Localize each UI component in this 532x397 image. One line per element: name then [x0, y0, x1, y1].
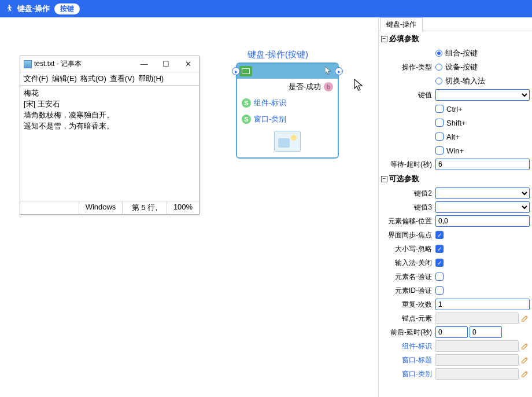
offset-input[interactable] — [435, 215, 530, 227]
keyvalue2-select[interactable] — [435, 188, 530, 199]
notepad-textarea[interactable]: 梅花 [宋] 王安石 墙角数枝梅，凌寒独自开。 遥知不是雪，为有暗香来。 — [20, 85, 199, 201]
radio-device[interactable] — [435, 64, 442, 71]
panel-tab[interactable]: 键盘-操作 — [380, 17, 423, 31]
menu-view[interactable]: 查看(V) — [110, 73, 135, 84]
radio-switch-ime[interactable] — [435, 78, 442, 84]
optional-params-header[interactable]: − 可选参数 — [379, 171, 532, 186]
section-title: 必填参数 — [389, 34, 419, 44]
keyvalue-select[interactable] — [435, 89, 530, 101]
menu-format[interactable]: 格式(O) — [80, 73, 106, 84]
properties-panel: 键盘-操作 − 必填参数 组合-按键 操作-类型 设备-按键 切换-输入法 键值… — [378, 17, 532, 397]
param-label: 元素名-验证 — [381, 272, 435, 282]
pointer-icon — [325, 67, 332, 75]
status-line: 第 5 行, — [122, 201, 167, 214]
notepad-icon — [24, 60, 32, 68]
svg-point-0 — [9, 5, 10, 6]
radio-combo-row: 组合-按键 — [379, 46, 532, 60]
repeat-input[interactable] — [435, 299, 530, 310]
ctrl-checkbox[interactable] — [435, 105, 444, 113]
id-verify-checkbox[interactable] — [435, 286, 444, 295]
node-winclass-row[interactable]: S 窗口-类别 — [237, 111, 338, 127]
top-header: 键盘-操作 按键 — [0, 0, 532, 17]
shift-checkbox[interactable] — [435, 119, 444, 127]
edit-icon[interactable] — [520, 341, 530, 351]
node-success-row: 是否-成功 b — [237, 79, 338, 95]
required-params-header[interactable]: − 必填参数 — [379, 31, 532, 46]
param-label: 输入法-关闭 — [381, 258, 435, 268]
anchor-field[interactable] — [435, 313, 519, 324]
cbx-label: Alt+ — [446, 133, 460, 141]
wintitle-field[interactable] — [435, 354, 519, 366]
panel-tabs: 键盘-操作 — [379, 17, 532, 31]
string-badge: S — [242, 115, 251, 124]
edit-icon[interactable] — [520, 314, 530, 323]
radio-label: 设备-按键 — [445, 62, 478, 72]
param-label: 等待-超时(秒) — [381, 160, 435, 170]
param-label: 元素ID-验证 — [381, 286, 435, 296]
wait-timeout-row: 等待-超时(秒) — [379, 157, 532, 171]
node-header[interactable]: ▸ ▸ — [237, 64, 338, 79]
wait-timeout-input[interactable] — [435, 159, 530, 170]
minimize-button[interactable]: — — [133, 57, 155, 71]
radio-label: 组合-按键 — [445, 48, 478, 58]
name-verify-checkbox[interactable] — [435, 273, 444, 281]
param-label: 大小写-忽略 — [381, 244, 435, 254]
radio-label: 切换-输入法 — [445, 76, 485, 86]
param-label: 键值2 — [381, 189, 435, 198]
close-button[interactable]: ✕ — [177, 57, 199, 71]
input-port[interactable]: ▸ — [232, 67, 240, 75]
param-label: 界面同步-焦点 — [381, 230, 435, 240]
menu-edit[interactable]: 编辑(E) — [52, 73, 77, 84]
menu-file[interactable]: 文件(F) — [24, 73, 49, 84]
node-compid-row[interactable]: S 组件-标识 — [237, 95, 338, 111]
canvas-area[interactable]: test.txt - 记事本 — ☐ ✕ 文件(F) 编辑(E) 格式(O) 查… — [0, 17, 378, 397]
maximize-button[interactable]: ☐ — [155, 57, 177, 71]
param-label-link[interactable]: 组件-标识 — [381, 341, 435, 351]
edit-icon[interactable] — [520, 369, 530, 378]
node-title: 键盘-操作(按键) — [247, 49, 308, 60]
cbx-label: Ctrl+ — [446, 105, 463, 113]
collapse-icon[interactable]: − — [381, 176, 387, 182]
status-os: Windows — [79, 201, 122, 214]
delay-before-input[interactable] — [435, 326, 468, 338]
keyvalue3-select[interactable] — [435, 201, 530, 213]
node-image-row — [237, 127, 338, 157]
edit-icon[interactable] — [520, 355, 530, 365]
case-ignore-checkbox[interactable] — [435, 245, 444, 253]
cbx-label: Shift+ — [446, 119, 466, 127]
param-label-link[interactable]: 窗口-类别 — [381, 369, 435, 379]
optype-label: 操作-类型 — [381, 63, 435, 72]
node-winclass-label: 窗口-类别 — [254, 114, 286, 124]
node-compid-label: 组件-标识 — [254, 98, 286, 108]
text-line: [宋] 王安石 — [24, 99, 195, 110]
radio-combo[interactable] — [435, 50, 442, 57]
collapse-icon[interactable]: − — [381, 36, 387, 42]
string-badge: S — [242, 98, 251, 108]
winclass-field[interactable] — [435, 368, 519, 380]
output-port[interactable]: ▸ — [335, 67, 343, 75]
menu-help[interactable]: 帮助(H) — [138, 73, 164, 84]
status-zoom: 100% — [167, 201, 199, 214]
alt-checkbox[interactable] — [435, 133, 444, 141]
compid-field[interactable] — [435, 340, 519, 352]
param-label-link[interactable]: 窗口-标题 — [381, 355, 435, 365]
notepad-menubar: 文件(F) 编辑(E) 格式(O) 查看(V) 帮助(H) — [20, 72, 199, 85]
param-label: 键值3 — [381, 203, 435, 212]
delay-after-input[interactable] — [470, 326, 502, 338]
text-line: 梅花 — [24, 88, 195, 99]
win-checkbox[interactable] — [435, 146, 444, 155]
workflow-node[interactable]: ▸ ▸ 是否-成功 b S 组件-标识 S 窗口-类别 — [236, 63, 339, 159]
ime-close-checkbox[interactable] — [435, 259, 444, 267]
notepad-titlebar[interactable]: test.txt - 记事本 — ☐ ✕ — [20, 56, 199, 72]
param-label: 重复-次数 — [381, 300, 435, 310]
syncfocus-checkbox[interactable] — [435, 231, 444, 239]
mouse-cursor-icon — [354, 79, 364, 91]
notepad-title: test.txt - 记事本 — [34, 59, 133, 69]
image-placeholder-icon — [274, 131, 301, 152]
radio-ime-row: 切换-输入法 — [379, 74, 532, 88]
header-pill: 按键 — [54, 3, 80, 14]
notepad-window: test.txt - 记事本 — ☐ ✕ 文件(F) 编辑(E) 格式(O) 查… — [20, 56, 200, 215]
text-line: 墙角数枝梅，凌寒独自开。 — [24, 110, 195, 121]
section-title: 可选参数 — [389, 174, 419, 184]
header-title: 键盘-操作 — [17, 3, 50, 14]
